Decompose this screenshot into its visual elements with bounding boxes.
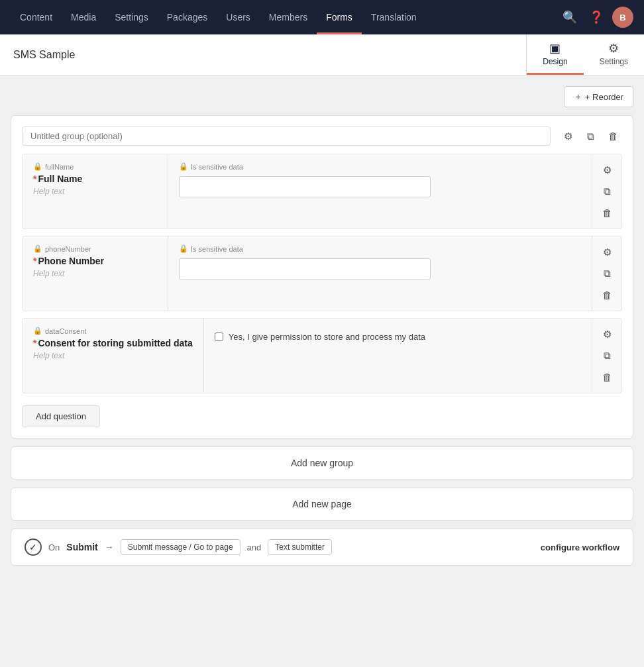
help-icon[interactable]: ❓ [586,7,607,28]
reorder-button[interactable]: ＋ + Reorder [564,86,633,107]
phonenumber-input-preview[interactable] [179,258,431,280]
nav-item-forms[interactable]: Forms [317,0,362,34]
design-icon: ▣ [549,41,561,56]
required-star: * [33,338,36,348]
group-copy-button[interactable]: ⧉ [581,127,600,146]
workflow-badge-action[interactable]: Submit message / Go to page [121,539,241,555]
add-question-button[interactable]: Add question [22,405,100,427]
tab-settings[interactable]: ⚙ Settings [584,34,644,75]
question-delete-button-dataconsent[interactable]: 🗑 [598,368,616,386]
reorder-bar: ＋ + Reorder [11,86,633,107]
settings-icon: ⚙ [608,41,619,56]
field-id-phonenumber: 🔒 phoneNumber [33,244,157,253]
help-text-fullname: Help text [33,187,157,196]
nav-item-settings[interactable]: Settings [105,0,158,34]
question-row-phonenumber: 🔒 phoneNumber *Phone Number Help text 🔒 … [22,236,622,311]
question-copy-button-dataconsent[interactable]: ⧉ [598,346,616,365]
question-label-fullname: *Full Name [33,174,157,184]
nav-item-packages[interactable]: Packages [158,0,217,34]
workflow-bar: ✓ On Submit → Submit message / Go to pag… [11,529,633,566]
nav-item-translation[interactable]: Translation [362,0,426,34]
tab-area: ▣ Design ⚙ Settings [526,34,644,75]
sensitive-lock-icon: 🔒 [179,244,188,253]
question-copy-button-fullname[interactable]: ⧉ [598,182,616,201]
sensitive-lock-icon: 🔒 [179,162,188,171]
add-new-group-button[interactable]: Add new group [11,446,633,480]
checkbox-preview-dataconsent: Yes, I give permission to store and proc… [215,332,581,342]
fullname-input-preview[interactable] [179,176,431,197]
avatar[interactable]: B [612,7,633,28]
workflow-on-label: On [48,542,60,552]
form-name-bar: ▣ Design ⚙ Settings [0,34,644,76]
question-right-fullname: 🔒 Is sensitive data [168,154,592,229]
question-actions-dataconsent: ⚙ ⧉ 🗑 [592,319,621,393]
nav-item-content[interactable]: Content [11,0,62,34]
workflow-badge-submitter[interactable]: Text submitter [268,539,332,555]
question-settings-button-dataconsent[interactable]: ⚙ [598,325,616,344]
top-navigation: Content Media Settings Packages Users Me… [0,0,644,34]
workflow-and-label: and [247,542,262,552]
workflow-arrow: → [105,542,114,552]
search-icon[interactable]: 🔍 [559,7,580,28]
group-actions: ⚙ ⧉ 🗑 [559,127,622,146]
nav-item-members[interactable]: Members [260,0,317,34]
question-settings-button-fullname[interactable]: ⚙ [598,161,616,180]
workflow-check-icon: ✓ [25,539,42,556]
required-star: * [33,256,36,266]
group-header: ⚙ ⧉ 🗑 [22,127,622,146]
lock-icon: 🔒 [33,327,42,335]
plus-icon: ＋ [574,91,582,103]
required-star: * [33,174,36,184]
lock-icon: 🔒 [33,162,42,171]
question-left-dataconsent: 🔒 dataConsent *Consent for storing submi… [23,319,204,393]
question-row-fullname: 🔒 fullName *Full Name Help text 🔒 Is sen… [22,154,622,229]
tab-design[interactable]: ▣ Design [527,34,583,75]
form-name-input[interactable] [0,38,526,72]
field-id-fullname: 🔒 fullName [33,162,157,171]
question-label-phonenumber: *Phone Number [33,256,157,266]
workflow-submit-label: Submit [66,542,97,552]
question-right-phonenumber: 🔒 Is sensitive data [168,236,592,311]
question-label-dataconsent: *Consent for storing submitted data [33,338,193,348]
consent-checkbox[interactable] [215,333,223,341]
add-new-page-button[interactable]: Add new page [11,487,633,521]
question-actions-phonenumber: ⚙ ⧉ 🗑 [592,236,621,311]
sensitive-label-phonenumber: 🔒 Is sensitive data [179,244,581,253]
question-left-phonenumber: 🔒 phoneNumber *Phone Number Help text [23,236,168,311]
question-left-fullname: 🔒 fullName *Full Name Help text [23,154,168,229]
question-settings-button-phonenumber[interactable]: ⚙ [598,243,616,262]
nav-item-users[interactable]: Users [217,0,260,34]
sensitive-label-fullname: 🔒 Is sensitive data [179,162,581,171]
question-right-dataconsent: Yes, I give permission to store and proc… [204,319,592,393]
question-actions-fullname: ⚙ ⧉ 🗑 [592,154,621,229]
lock-icon: 🔒 [33,244,42,253]
field-id-dataconsent: 🔒 dataConsent [33,327,193,335]
question-delete-button-phonenumber[interactable]: 🗑 [598,285,616,304]
question-row-dataconsent: 🔒 dataConsent *Consent for storing submi… [22,318,622,393]
group-settings-button[interactable]: ⚙ [559,127,577,146]
nav-icons: 🔍 ❓ B [559,7,633,28]
help-text-phonenumber: Help text [33,269,157,278]
question-copy-button-phonenumber[interactable]: ⧉ [598,264,616,283]
configure-workflow-link[interactable]: configure workflow [541,542,619,552]
question-delete-button-fullname[interactable]: 🗑 [598,203,616,222]
nav-item-media[interactable]: Media [62,0,105,34]
group-name-input[interactable] [22,127,551,146]
group-delete-button[interactable]: 🗑 [604,127,622,146]
form-group-card: ⚙ ⧉ 🗑 🔒 fullName *Full Name Help text 🔒 [11,115,633,438]
main-content: ＋ + Reorder ⚙ ⧉ 🗑 🔒 fullName *Full Name [0,76,644,667]
help-text-dataconsent: Help text [33,351,193,360]
